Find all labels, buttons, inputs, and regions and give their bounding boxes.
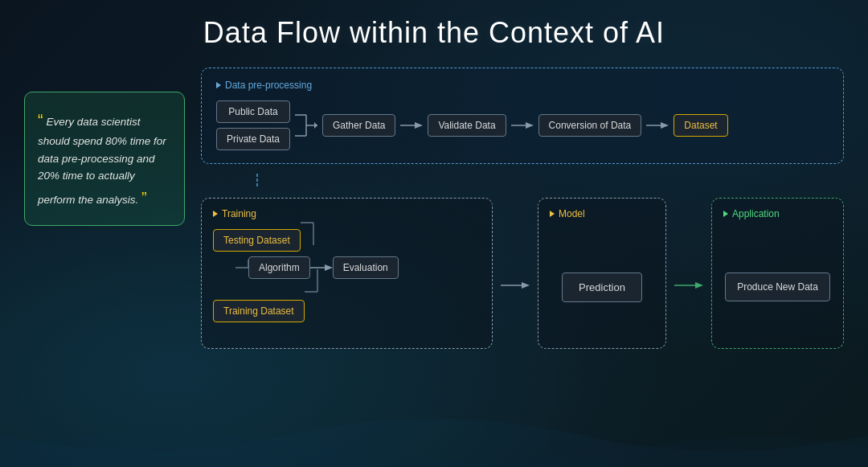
training-box: Training Testing Dataset <box>201 198 493 349</box>
private-data-box: Private Data <box>216 128 290 150</box>
svg-marker-8 <box>526 122 534 129</box>
prediction-box: Prediction <box>562 272 642 302</box>
public-data-box: Public Data <box>216 100 290 123</box>
svg-marker-10 <box>661 122 669 129</box>
preprocessing-arrow-icon <box>216 82 221 88</box>
training-label: Training <box>213 208 481 219</box>
close-quote: ” <box>141 189 147 207</box>
bottom-row: Training Testing Dataset <box>201 198 844 349</box>
quote-text: “ Every data scientist should spend 80% … <box>38 107 171 211</box>
svg-marker-23 <box>695 282 703 289</box>
diagram-area: Data pre-processing Public Data Private … <box>201 68 844 349</box>
arrow-training-model <box>501 277 530 293</box>
gather-data-box: Gather Data <box>322 114 395 137</box>
evaluation-box: Evaluation <box>333 256 399 279</box>
svg-marker-17 <box>325 264 333 271</box>
app-content: Produce New Data <box>723 237 832 337</box>
vert-connector-svg <box>249 174 265 188</box>
application-arrow-icon <box>723 211 728 217</box>
merge-connector-svg <box>295 105 317 145</box>
algo-eval-row: Algorithm Evaluation <box>213 256 481 279</box>
testing-dataset-box: Testing Dataset <box>213 229 301 252</box>
validate-data-box: Validate Data <box>428 114 506 137</box>
data-sources: Public Data Private Data <box>216 100 290 150</box>
open-quote: “ <box>38 111 43 129</box>
main-content: Data Flow within the Context of AI “ Eve… <box>0 0 868 467</box>
training-content: Testing Dataset <box>213 229 481 337</box>
application-box: Application Produce New Data <box>711 198 844 349</box>
quote-box: “ Every data scientist should spend 80% … <box>24 92 185 226</box>
training-arrow-icon <box>213 211 218 217</box>
produce-data-box: Produce New Data <box>725 272 830 301</box>
svg-marker-4 <box>314 122 317 129</box>
preprocessing-label: Data pre-processing <box>216 80 829 91</box>
svg-marker-21 <box>522 282 530 289</box>
arrow-validate-conversion <box>511 117 534 133</box>
arrow-algo-eval <box>310 260 333 276</box>
application-label: Application <box>723 208 832 219</box>
dataset-box: Dataset <box>674 114 727 137</box>
preprocessing-box: Data pre-processing Public Data Private … <box>201 68 844 164</box>
arrow-conversion-dataset <box>646 117 669 133</box>
model-box: Model Prediction <box>538 198 666 349</box>
training-to-model-connector <box>501 198 530 349</box>
main-layout: “ Every data scientist should spend 80% … <box>24 68 844 349</box>
page-title: Data Flow within the Context of AI <box>24 16 844 50</box>
bracket-left-svg <box>235 260 248 276</box>
training-dataset-box: Training Dataset <box>213 300 305 322</box>
model-content: Prediction <box>550 237 654 337</box>
bracket-svg-bottom <box>305 300 321 337</box>
algorithm-box: Algorithm <box>248 256 310 279</box>
arrow-model-app <box>674 277 703 293</box>
bracket-svg-top <box>301 215 317 252</box>
model-to-app-connector <box>674 198 703 349</box>
conversion-data-box: Conversion of Data <box>538 114 642 137</box>
vert-connector-wrapper <box>201 174 844 188</box>
model-label: Model <box>550 208 654 219</box>
testing-row: Testing Dataset <box>213 229 481 252</box>
preprocessing-flow: Public Data Private Data Gather Data <box>216 100 829 150</box>
svg-marker-6 <box>415 122 423 129</box>
arrow-gather-validate <box>400 117 423 133</box>
model-arrow-icon <box>550 211 555 217</box>
training-dataset-row: Training Dataset <box>213 285 481 337</box>
